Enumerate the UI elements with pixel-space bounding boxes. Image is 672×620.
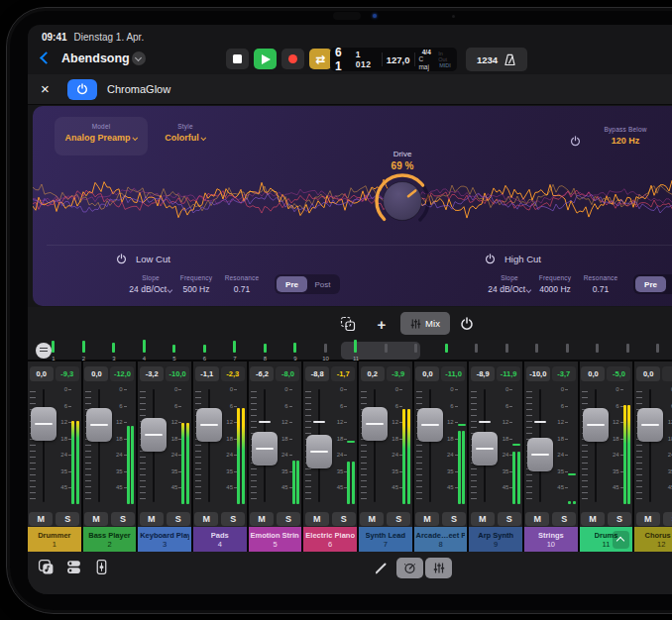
high-cut-resonance[interactable]: Resonance 0.71 [578,274,623,294]
navigator-track-1[interactable]: 1 [44,341,63,361]
peak-value[interactable]: -8,0 [276,366,299,381]
duplicate-button[interactable] [335,313,361,335]
mute-button[interactable]: M [305,512,329,526]
peak-value[interactable]: -2,3 [221,366,245,381]
low-cut-resonance[interactable]: Resonance 0.71 [219,274,265,294]
pre-button[interactable]: Pre [277,276,307,292]
fader-track[interactable] [208,389,210,502]
mute-button[interactable]: M [29,512,53,526]
lcd-display[interactable]: 6 1 1 012 127,0 4/4 C maj In Out MIDI [330,48,457,71]
track-name-band[interactable]: Emotion Strings5 [249,527,302,552]
navigator-track-3[interactable]: 3 [104,341,124,361]
drive-knob[interactable] [371,169,434,233]
browser-icon[interactable] [65,559,82,575]
project-menu-button[interactable] [132,52,146,65]
bypass-below-control[interactable]: Bypass Below 120 Hz [590,126,661,146]
fader-value[interactable]: -8,9 [471,366,495,381]
mixer-button[interactable] [425,558,452,578]
peak-value[interactable]: -1,7 [331,366,355,381]
loop-browser-icon[interactable] [38,559,55,575]
track-name-band[interactable]: Arp Synth9 [469,527,522,552]
fader-value[interactable]: -8,8 [305,366,329,381]
navigator-track-20[interactable] [618,341,638,361]
track-name-band[interactable]: Drums11 [580,527,633,552]
navigator-track-6[interactable]: 6 [195,341,215,361]
volume-fader[interactable] [306,435,332,468]
mute-button[interactable]: M [360,512,384,526]
navigator-track-5[interactable]: 5 [165,341,184,361]
track-name-band[interactable]: Bass Player2 [83,527,137,552]
navigator-track-9[interactable]: 9 [285,341,305,361]
model-selector[interactable]: Model Analog Preamp [55,117,148,155]
navigator-track-14[interactable] [437,341,457,361]
fader-value[interactable]: 0,0 [636,366,660,381]
solo-button[interactable]: S [608,512,631,526]
peak-value[interactable]: -11,0 [441,366,465,381]
low-cut-slope[interactable]: Slope 24 dB/Oct [128,274,173,294]
fader-value[interactable]: 0,2 [361,366,385,381]
mute-button[interactable]: M [581,512,605,526]
track-name-band[interactable]: Drummer1 [28,527,81,552]
fader-value[interactable]: -3,2 [140,366,164,381]
add-track-button[interactable]: + [371,313,392,335]
peak-value[interactable] [662,366,672,381]
post-button[interactable]: Post [666,276,672,292]
mute-button[interactable]: M [471,512,495,526]
peak-value[interactable]: -9,3 [56,366,79,381]
mute-button[interactable]: M [140,512,164,526]
volume-fader[interactable] [141,418,167,452]
mixer-power-button[interactable] [456,313,478,335]
mute-button[interactable]: M [525,512,549,526]
solo-button[interactable]: S [167,512,190,526]
solo-button[interactable]: S [277,512,300,526]
peak-value[interactable]: -5,0 [607,366,630,381]
solo-button[interactable]: S [56,512,79,526]
project-title[interactable]: Abendsong [61,52,130,65]
navigator-track-8[interactable]: 8 [256,341,276,361]
volume-fader[interactable] [31,407,56,441]
solo-button[interactable]: S [332,512,356,526]
mute-button[interactable]: M [636,512,660,526]
solo-button[interactable]: S [387,512,410,526]
navigator-track-13[interactable] [406,341,426,361]
mute-button[interactable]: M [194,512,218,526]
navigator-track-19[interactable] [588,341,608,361]
navigator-track-2[interactable]: 2 [74,341,94,361]
track-name-band[interactable]: Chorus V12 [634,527,672,552]
bypass-power-button[interactable] [570,133,581,151]
record-button[interactable] [281,49,304,69]
navigator-track-18[interactable] [558,341,578,361]
fader-value[interactable]: 0,0 [30,366,54,381]
count-in-button[interactable]: 1234 [477,54,498,65]
peak-value[interactable]: -3,9 [387,366,410,381]
mute-button[interactable]: M [250,512,274,526]
solo-button[interactable]: S [663,512,672,526]
navigator-track-10[interactable]: 10 [316,341,336,361]
style-selector[interactable]: Style Colorful [154,117,217,155]
solo-button[interactable]: S [221,512,245,526]
volume-fader[interactable] [417,408,443,442]
volume-fader[interactable] [362,407,388,441]
solo-button[interactable]: S [552,512,576,526]
volume-fader[interactable] [86,408,112,442]
navigator-track-12[interactable] [377,341,396,361]
metronome-icon[interactable] [504,53,516,66]
peak-value[interactable]: -3,7 [552,366,576,381]
collapse-strip-button[interactable] [613,531,629,549]
high-cut-frequency[interactable]: Frequency 4000 Hz [532,274,578,294]
solo-button[interactable]: S [111,512,135,526]
track-name-band[interactable]: Keyboard Player3 [138,527,191,552]
post-button[interactable]: Post [307,276,338,292]
fader-value[interactable]: 0,0 [415,366,439,381]
solo-button[interactable]: S [498,512,521,526]
high-cut-slope[interactable]: Slope 24 dB/Oct [487,274,532,294]
mix-view-button[interactable]: Mix [400,312,450,335]
volume-fader[interactable] [472,432,498,465]
volume-fader[interactable] [252,432,278,465]
peak-value[interactable]: -12,0 [110,366,134,381]
fader-value[interactable]: 0,0 [581,366,605,381]
play-button[interactable] [254,49,277,69]
plugin-power-button[interactable] [67,79,97,100]
fader-value[interactable]: 0,0 [84,366,108,381]
fader-value[interactable]: -10,0 [526,366,550,381]
